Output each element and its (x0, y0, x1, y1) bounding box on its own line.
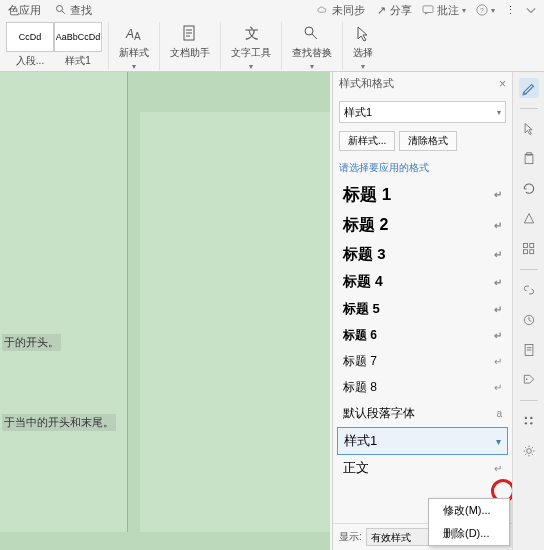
svg-text:A: A (134, 31, 141, 42)
svg-point-12 (305, 27, 313, 35)
context-delete[interactable]: 删除(D)... (429, 522, 509, 545)
chevron-down-icon: ▾ (497, 108, 501, 117)
paragraph-mark-icon: ↵ (494, 277, 502, 288)
text-tools-button[interactable]: 文 文字工具▾ (227, 22, 275, 73)
paragraph-mark-icon: ↵ (494, 356, 502, 367)
find-button[interactable]: 查找 (55, 3, 92, 18)
style-item-0[interactable]: 标题 1↵ (337, 179, 508, 211)
new-style-icon: AA (124, 24, 144, 44)
svg-point-26 (530, 417, 532, 419)
svg-rect-14 (525, 154, 533, 163)
paragraph-mark-icon: ↵ (494, 220, 502, 231)
svg-point-0 (57, 6, 63, 12)
svg-point-25 (524, 417, 526, 419)
style-sample-2-label: 样式1 (54, 54, 102, 68)
svg-rect-16 (523, 244, 527, 248)
document-area: 于的开头。 于当中的开头和末尾。 (0, 72, 330, 550)
cloud-icon (317, 4, 329, 16)
find-replace-button[interactable]: 查找替换▾ (288, 22, 336, 73)
app-label: 色应用 (8, 3, 41, 18)
paragraph-mark-icon: ↵ (494, 189, 502, 200)
svg-point-24 (525, 378, 527, 380)
style-sample-2[interactable]: AaBbCcDd (54, 22, 102, 52)
paragraph-mark-icon: ↵ (494, 330, 502, 341)
context-menu: 修改(M)... 删除(D)... (428, 498, 510, 546)
sidebar-shape-icon[interactable] (519, 209, 539, 229)
sidebar-doc-icon[interactable] (519, 340, 539, 360)
style-item-label: 标题 7 (343, 353, 377, 370)
sidebar-grid-icon[interactable] (519, 239, 539, 259)
style-item-label: 标题 2 (343, 215, 388, 236)
select-button[interactable]: 选择▾ (349, 22, 377, 73)
paragraph-mark-icon: ↵ (494, 249, 502, 260)
sidebar-settings-icon[interactable] (519, 441, 539, 461)
current-style-select[interactable]: 样式1 ▾ (339, 101, 506, 123)
new-style-button[interactable]: AA 新样式▾ (115, 22, 153, 73)
right-sidebar (512, 72, 544, 550)
style-list: 标题 1↵标题 2↵标题 3↵标题 4↵标题 5↵标题 6↵标题 7↵标题 8↵… (337, 179, 508, 523)
help-button[interactable]: ? ▾ (476, 4, 495, 16)
help-icon: ? (476, 4, 488, 16)
style-item-1[interactable]: 标题 2↵ (337, 211, 508, 241)
style-item-7[interactable]: 标题 8↵ (337, 375, 508, 401)
sidebar-tag-icon[interactable] (519, 370, 539, 390)
doc-page-2[interactable] (140, 112, 330, 532)
context-modify[interactable]: 修改(M)... (429, 499, 509, 522)
style-item-2[interactable]: 标题 3↵ (337, 241, 508, 269)
style-item-5[interactable]: 标题 6↵ (337, 323, 508, 349)
style-item-8[interactable]: 默认段落字体a (337, 401, 508, 427)
svg-point-29 (526, 449, 531, 454)
style-item-label: 标题 8 (343, 379, 377, 396)
svg-line-13 (312, 34, 317, 39)
doc-text-1: 于的开头。 (2, 334, 61, 351)
clear-format-button[interactable]: 清除格式 (399, 131, 457, 151)
sidebar-clock-icon[interactable] (519, 310, 539, 330)
share-button[interactable]: ↗ 分享 (375, 3, 412, 18)
sidebar-apps-icon[interactable] (519, 411, 539, 431)
dropdown-arrow-icon[interactable]: ▾ (496, 436, 501, 447)
sidebar-select-icon[interactable] (519, 119, 539, 139)
new-style-panel-button[interactable]: 新样式... (339, 131, 395, 151)
style-item-4[interactable]: 标题 5↵ (337, 296, 508, 323)
svg-point-27 (524, 422, 526, 424)
style-item-3[interactable]: 标题 4↵ (337, 269, 508, 296)
svg-rect-19 (529, 250, 533, 254)
style-item-6[interactable]: 标题 7↵ (337, 349, 508, 375)
style-sample-1[interactable]: CcDd (6, 22, 54, 52)
text-tools-icon: 文 (241, 24, 261, 44)
styles-panel: 样式和格式 × 样式1 ▾ 新样式... 清除格式 请选择要应用的格式 标题 1… (332, 72, 512, 550)
doc-helper-icon (180, 24, 200, 44)
collapse-button[interactable] (526, 5, 536, 15)
style-item-9[interactable]: 样式1▾ (337, 427, 508, 455)
sidebar-link-icon[interactable] (519, 280, 539, 300)
svg-line-1 (62, 11, 65, 14)
find-replace-icon (302, 24, 322, 44)
sidebar-clipboard-icon[interactable] (519, 149, 539, 169)
top-bar: 色应用 查找 未同步 ↗ 分享 批注 ▾ ? (0, 0, 544, 20)
ribbon: CcDd AaBbCcDd 入段... 样式1 AA 新样式▾ 文档助手 (0, 20, 544, 72)
style-item-10[interactable]: 正文↵ (337, 455, 508, 482)
more-button[interactable]: ⋮ (505, 4, 516, 17)
doc-text-2: 于当中的开头和末尾。 (2, 414, 116, 431)
search-icon (55, 4, 67, 16)
svg-text:?: ? (480, 7, 484, 14)
share-icon: ↗ (375, 4, 387, 16)
panel-close-button[interactable]: × (499, 77, 506, 91)
sync-status[interactable]: 未同步 (317, 3, 365, 18)
style-item-label: 样式1 (344, 432, 377, 450)
sidebar-styles-icon[interactable] (519, 78, 539, 98)
panel-title: 样式和格式 (339, 76, 394, 91)
style-item-label: 标题 1 (343, 183, 391, 206)
doc-helper-button[interactable]: 文档助手 (166, 22, 214, 62)
cursor-icon (353, 24, 373, 44)
footer-label: 显示: (339, 530, 362, 544)
style-sample-1-label: 入段... (6, 54, 54, 68)
doc-page-1[interactable] (0, 72, 128, 532)
style-item-label: 标题 4 (343, 273, 383, 291)
svg-rect-17 (529, 244, 533, 248)
style-item-label: 标题 6 (343, 327, 377, 344)
paragraph-mark-icon: ↵ (494, 463, 502, 474)
svg-point-28 (530, 422, 532, 424)
sidebar-refresh-icon[interactable] (519, 179, 539, 199)
comment-button[interactable]: 批注 ▾ (422, 3, 466, 18)
